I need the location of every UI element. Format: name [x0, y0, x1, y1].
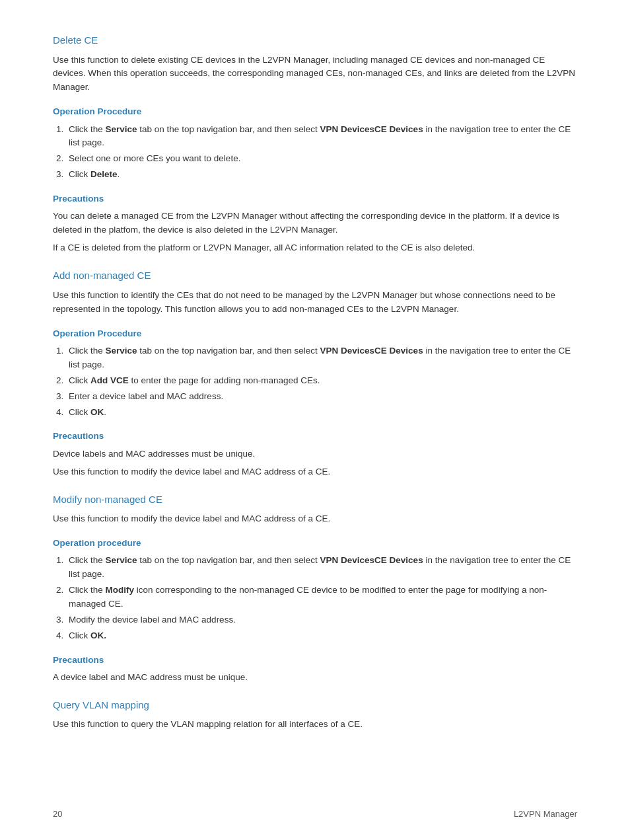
step-item: Modify the device label and MAC address. — [66, 613, 577, 627]
section-query-vlan-mapping: Query VLAN mapping Use this function to … — [53, 698, 577, 732]
section-heading-modify-non-managed-ce: Modify non-managed CE — [53, 492, 577, 508]
step-item: Click the Service tab on the top navigat… — [66, 123, 577, 151]
step-item: Click Add VCE to enter the page for addi… — [66, 374, 577, 388]
precaution-modify-non-managed-ce-1: A device label and MAC address must be u… — [53, 671, 577, 685]
section-heading-query-vlan-mapping: Query VLAN mapping — [53, 698, 577, 713]
section-heading-delete-ce: Delete CE — [53, 33, 577, 48]
step-item: Click the Service tab on the top navigat… — [66, 344, 577, 372]
subheading-modify-non-managed-ce-op: Operation procedure — [53, 537, 577, 550]
subheading-add-non-managed-ce-op: Operation Procedure — [53, 327, 577, 340]
intro-delete-ce: Use this function to delete existing CE … — [53, 54, 577, 95]
steps-delete-ce: Click the Service tab on the top navigat… — [66, 123, 577, 182]
step-item: Click OK. — [66, 406, 577, 420]
section-modify-non-managed-ce: Modify non-managed CE Use this function … — [53, 492, 577, 685]
subheading-add-non-managed-ce-precautions: Precautions — [53, 430, 577, 443]
intro-add-non-managed-ce: Use this function to identify the CEs th… — [53, 289, 577, 317]
step-item: Select one or more CEs you want to delet… — [66, 152, 577, 166]
step-item: Click Delete. — [66, 168, 577, 182]
precaution-add-non-managed-ce-1: Device labels and MAC addresses must be … — [53, 447, 577, 461]
subheading-delete-ce-precautions: Precautions — [53, 192, 577, 206]
intro-query-vlan-mapping: Use this function to query the VLAN mapp… — [53, 718, 577, 732]
subheading-delete-ce-op: Operation Procedure — [53, 105, 577, 118]
precaution-delete-ce-1: You can delete a managed CE from the L2V… — [53, 210, 577, 237]
steps-modify-non-managed-ce: Click the Service tab on the top navigat… — [66, 554, 577, 643]
intro-modify-non-managed-ce: Use this function to modify the device l… — [53, 512, 577, 526]
subheading-modify-non-managed-ce-precautions: Precautions — [53, 654, 577, 667]
precaution-delete-ce-2: If a CE is deleted from the platform or … — [53, 241, 577, 255]
footer-page-number: 20 — [53, 808, 62, 821]
precaution-add-non-managed-ce-2: Use this function to modify the device l… — [53, 465, 577, 479]
step-item: Click the Service tab on the top navigat… — [66, 554, 577, 582]
footer-product-name: L2VPN Manager — [514, 808, 577, 821]
footer: 20 L2VPN Manager — [0, 808, 630, 821]
section-delete-ce: Delete CE Use this function to delete ex… — [53, 33, 577, 255]
step-item: Click OK. — [66, 629, 577, 643]
section-add-non-managed-ce: Add non-managed CE Use this function to … — [53, 268, 577, 478]
steps-add-non-managed-ce: Click the Service tab on the top navigat… — [66, 344, 577, 420]
step-item: Enter a device label and MAC address. — [66, 390, 577, 404]
section-heading-add-non-managed-ce: Add non-managed CE — [53, 268, 577, 284]
step-item: Click the Modify icon corresponding to t… — [66, 584, 577, 611]
page-container: Delete CE Use this function to delete ex… — [0, 0, 630, 840]
